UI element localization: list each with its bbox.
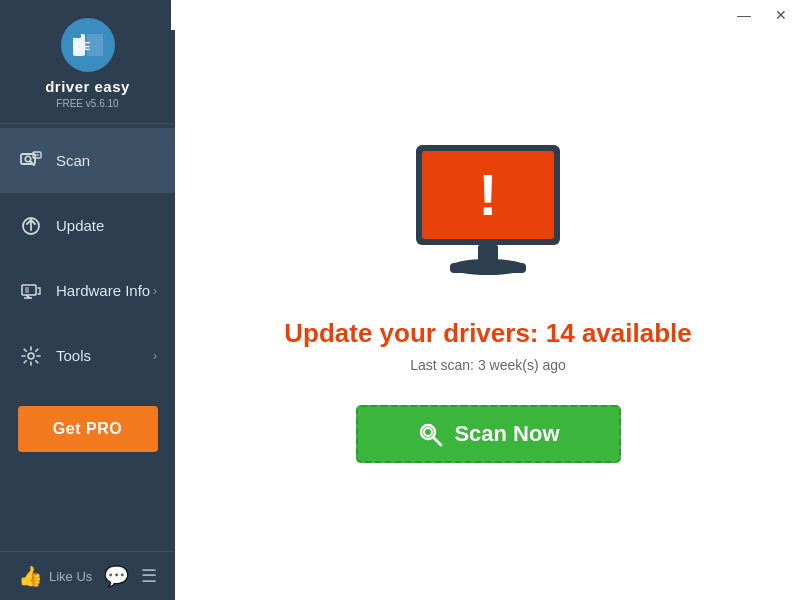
svg-point-14 bbox=[28, 353, 34, 359]
get-pro-button[interactable]: Get PRO bbox=[18, 406, 158, 452]
sidebar-bottom: 👍 Like Us 💬 ☰ bbox=[0, 551, 175, 600]
sidebar-item-update[interactable]: Update bbox=[0, 193, 175, 258]
sidebar-item-hardware-info[interactable]: Hardware Info › bbox=[0, 258, 175, 323]
title-bar: — ✕ bbox=[171, 0, 801, 30]
scan-now-label: Scan Now bbox=[454, 421, 559, 447]
sidebar-item-tools[interactable]: Tools › bbox=[0, 323, 175, 388]
like-us-area[interactable]: 👍 Like Us bbox=[18, 564, 92, 588]
last-scan-text: Last scan: 3 week(s) ago bbox=[410, 357, 566, 373]
alert-monitor: ! bbox=[398, 137, 578, 296]
sidebar-item-scan[interactable]: Scan bbox=[0, 128, 175, 193]
svg-rect-11 bbox=[25, 287, 29, 293]
svg-text:!: ! bbox=[478, 162, 497, 227]
sidebar-item-tools-label: Tools bbox=[56, 347, 153, 364]
minimize-button[interactable]: — bbox=[731, 5, 757, 25]
svg-line-23 bbox=[433, 437, 441, 445]
hardware-info-arrow-icon: › bbox=[153, 283, 157, 298]
close-button[interactable]: ✕ bbox=[769, 5, 793, 25]
app-version: FREE v5.6.10 bbox=[56, 98, 118, 109]
chat-icon[interactable]: 💬 bbox=[104, 564, 129, 588]
tools-arrow-icon: › bbox=[153, 348, 157, 363]
app-logo-icon: DE bbox=[61, 18, 115, 72]
app-name: driver easy bbox=[45, 78, 130, 96]
svg-rect-20 bbox=[450, 263, 526, 273]
menu-icon[interactable]: ☰ bbox=[141, 565, 157, 587]
sidebar-item-scan-label: Scan bbox=[56, 152, 157, 169]
svg-point-22 bbox=[424, 428, 432, 436]
svg-text:DE: DE bbox=[75, 40, 90, 52]
scan-icon bbox=[18, 148, 44, 174]
like-us-label: Like Us bbox=[49, 569, 92, 584]
hardware-info-icon bbox=[18, 278, 44, 304]
main-content: ! Update your drivers: 14 available Last… bbox=[175, 0, 801, 600]
thumbs-up-icon: 👍 bbox=[18, 564, 43, 588]
get-pro-label: Get PRO bbox=[53, 420, 122, 438]
scan-now-button[interactable]: Scan Now bbox=[356, 405, 621, 463]
scan-now-icon bbox=[416, 420, 444, 448]
sidebar-item-update-label: Update bbox=[56, 217, 157, 234]
logo-area: DE driver easy FREE v5.6.10 bbox=[0, 0, 175, 124]
alert-title: Update your drivers: 14 available bbox=[284, 318, 692, 349]
sidebar-item-hardware-info-label: Hardware Info bbox=[56, 282, 153, 299]
tools-icon bbox=[18, 343, 44, 369]
update-icon bbox=[18, 213, 44, 239]
svg-rect-1 bbox=[73, 34, 81, 38]
sidebar: DE driver easy FREE v5.6.10 Scan bbox=[0, 0, 175, 600]
